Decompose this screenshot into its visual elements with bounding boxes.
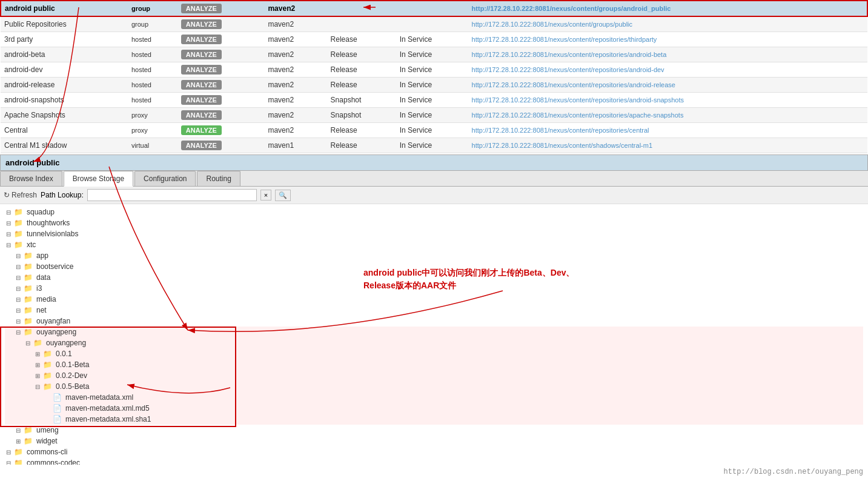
repo-url-link[interactable]: http://172.28.10.222:8081/nexus/content/… (472, 127, 649, 134)
repo-url[interactable]: http://172.28.10.222:8081/nexus/content/… (468, 47, 867, 62)
refresh-button[interactable]: ↻ Refresh (4, 191, 37, 199)
analyze-cell[interactable]: ANALYZE (177, 32, 265, 47)
analyze-button[interactable]: ANALYZE (181, 125, 222, 135)
tree-node[interactable]: ⊟ 📁 media (5, 294, 863, 305)
tree-node[interactable]: ⊞ 📁 0.0.1-Beta (5, 359, 863, 370)
repo-url[interactable]: http://172.28.10.222:8081/nexus/content/… (468, 78, 867, 93)
tree-node[interactable]: ⊟ 📁 tunnelvisionlabs (5, 228, 863, 239)
analyze-cell[interactable]: ANALYZE (177, 123, 265, 138)
path-clear-button[interactable]: × (260, 190, 271, 201)
repo-url-link[interactable]: http://172.28.10.222:8081/nexus/content/… (472, 21, 632, 28)
toolbar: ↻ Refresh Path Lookup: × 🔍 (0, 187, 868, 204)
tree-node[interactable]: ⊞ 📁 widget (5, 436, 863, 446)
tree-node[interactable]: ⊟ 📁 data (5, 272, 863, 283)
tree-node[interactable]: ⊟ 📁 0.0.5-Beta (5, 381, 863, 392)
repo-url[interactable]: http://172.28.10.222:8081/nexus/content/… (468, 93, 867, 108)
tree-node[interactable]: ⊟ 📁 umeng (5, 425, 863, 436)
tab-browse-storage[interactable]: Browse Storage (64, 171, 133, 187)
tree-node[interactable]: ⊟ 📁 commons-codec (5, 457, 863, 465)
folder-icon: 📁 (24, 273, 33, 282)
tree-node-label: tunnelvisionlabs (27, 230, 78, 238)
tree-node[interactable]: 📄 maven-metadata.xml.sha1 (5, 414, 863, 425)
folder-icon: 📁 (24, 317, 33, 325)
analyze-button[interactable]: ANALYZE (181, 35, 222, 44)
folder-icon: 📁 (24, 284, 33, 293)
tree-area[interactable]: ⊟ 📁 squadup ⊟ 📁 thoughtworks ⊟ 📁 tunnelv… (0, 204, 868, 465)
tree-node[interactable]: 📄 maven-metadata.xml.md5 (5, 403, 863, 414)
analyze-cell[interactable]: ANALYZE (177, 108, 265, 123)
expand-icon: ⊟ (5, 219, 12, 227)
repo-table: android public group ANALYZE maven2 http… (0, 0, 868, 153)
repo-url[interactable]: http://172.28.10.222:8081/nexus/content/… (468, 16, 867, 32)
tree-node[interactable]: ⊟ 📁 i3 (5, 283, 863, 294)
tree-node[interactable]: ⊞ 📁 0.0.2-Dev (5, 370, 863, 381)
repo-url[interactable]: http://172.28.10.222:8081/nexus/content/… (468, 32, 867, 47)
analyze-cell[interactable]: ANALYZE (177, 62, 265, 78)
path-search-button[interactable]: 🔍 (275, 190, 291, 201)
repo-format: maven2 (264, 108, 326, 123)
analyze-button[interactable]: ANALYZE (181, 50, 222, 59)
analyze-button[interactable]: ANALYZE (181, 110, 222, 120)
analyze-cell[interactable]: ANALYZE (177, 47, 265, 62)
tree-node[interactable]: ⊟ 📁 net (5, 305, 863, 316)
section-title: android public (5, 158, 60, 167)
expand-icon: ⊟ (15, 328, 22, 336)
analyze-cell[interactable]: ANALYZE (177, 93, 265, 108)
repo-url[interactable]: http://172.28.10.222:8081/nexus/content/… (468, 138, 867, 153)
expand-icon: ⊟ (15, 263, 22, 270)
folder-icon: 📁 (24, 295, 33, 304)
tree-node[interactable]: ⊟ 📁 ouyangfan (5, 316, 863, 327)
analyze-button[interactable]: ANALYZE (181, 4, 222, 13)
repo-type: hosted (128, 93, 177, 108)
expand-icon (44, 405, 51, 412)
repo-url-link[interactable]: http://172.28.10.222:8081/nexus/content/… (472, 36, 657, 43)
tree-node[interactable]: ⊞ 📁 0.0.1 (5, 348, 863, 359)
analyze-button[interactable]: ANALYZE (181, 65, 222, 75)
repo-url[interactable]: http://172.28.10.222:8081/nexus/content/… (468, 123, 867, 138)
repo-type: hosted (128, 32, 177, 47)
repo-name: Apache Snapshots (1, 108, 128, 123)
analyze-button[interactable]: ANALYZE (181, 141, 222, 150)
analyze-cell[interactable]: ANALYZE (177, 78, 265, 93)
watermark: http://blog.csdn.net/ouyang_peng (724, 468, 863, 476)
tree-node-label: thoughtworks (27, 219, 70, 227)
tree-node[interactable]: ⊟ 📁 xtc (5, 239, 863, 250)
analyze-cell[interactable]: ANALYZE (177, 138, 265, 153)
tree-node[interactable]: ⊟ 📁 ouyangpeng (5, 327, 863, 337)
repo-format: maven2 (264, 32, 326, 47)
repo-type: hosted (128, 62, 177, 78)
path-input[interactable] (87, 189, 257, 201)
repo-url[interactable]: http://172.28.10.222:8081/nexus/content/… (468, 1, 867, 16)
repo-url-link[interactable]: http://172.28.10.222:8081/nexus/content/… (472, 51, 667, 58)
tree-node[interactable]: ⊟ 📁 squadup (5, 207, 863, 217)
tab-routing[interactable]: Routing (197, 171, 240, 186)
folder-icon: 📁 (14, 230, 23, 238)
repo-url-link[interactable]: http://172.28.10.222:8081/nexus/content/… (472, 5, 671, 12)
repo-url-link[interactable]: http://172.28.10.222:8081/nexus/content/… (472, 66, 664, 73)
analyze-button[interactable]: ANALYZE (181, 80, 222, 90)
analyze-cell[interactable]: ANALYZE (177, 16, 265, 32)
expand-icon: ⊟ (5, 230, 12, 237)
tree-node[interactable]: ⊟ 📁 thoughtworks (5, 217, 863, 228)
tree-node[interactable]: ⊟ 📁 app (5, 250, 863, 261)
folder-icon: 📁 (14, 448, 23, 456)
repo-url-link[interactable]: http://172.28.10.222:8081/nexus/content/… (472, 142, 652, 149)
tree-node[interactable]: ⊟ 📁 commons-cli (5, 446, 863, 457)
tree-node[interactable]: ⊟ 📁 bootservice (5, 261, 863, 272)
tab-browse-index[interactable]: Browse Index (0, 171, 62, 186)
expand-icon: ⊞ (34, 350, 41, 357)
repo-url-link[interactable]: http://172.28.10.222:8081/nexus/content/… (472, 111, 684, 119)
repo-url-link[interactable]: http://172.28.10.222:8081/nexus/content/… (472, 96, 684, 104)
repo-url[interactable]: http://172.28.10.222:8081/nexus/content/… (468, 108, 867, 123)
analyze-cell[interactable]: ANALYZE (177, 1, 265, 16)
tab-configuration[interactable]: Configuration (134, 171, 196, 186)
folder-icon: 📁 (14, 459, 23, 465)
refresh-icon: ↻ (4, 191, 10, 199)
analyze-button[interactable]: ANALYZE (181, 19, 222, 29)
analyze-button[interactable]: ANALYZE (181, 95, 222, 105)
tree-node[interactable]: ⊟ 📁 ouyangpeng (5, 337, 863, 348)
repo-url-link[interactable]: http://172.28.10.222:8081/nexus/content/… (472, 81, 675, 88)
repo-url[interactable]: http://172.28.10.222:8081/nexus/content/… (468, 62, 867, 78)
tree-node[interactable]: 📄 maven-metadata.xml (5, 392, 863, 403)
tree-node-label: ouyangfan (36, 317, 70, 325)
